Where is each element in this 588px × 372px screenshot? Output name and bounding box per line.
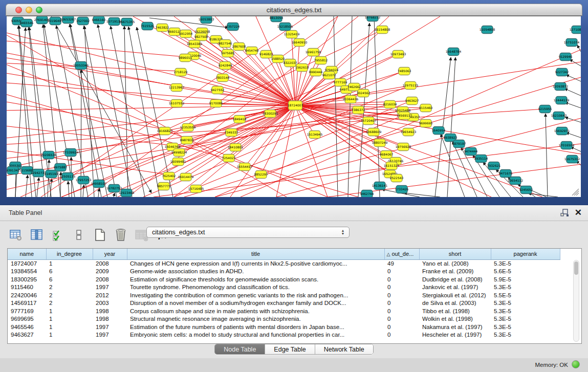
table-row[interactable]: 977716911998Corpus callosum shape and si… [8, 307, 560, 315]
graph-node[interactable]: 2935114 [474, 155, 488, 163]
table-row[interactable]: 1872400712008Changes of HCN gene express… [8, 259, 560, 268]
graph-node[interactable]: 12353559 [180, 124, 196, 132]
table-row[interactable]: 946554611997Estimation of the future num… [8, 323, 560, 331]
column-header-year[interactable]: year [93, 249, 127, 259]
graph-node[interactable]: 1588520 [271, 55, 285, 63]
graph-node[interactable]: 10654112 [508, 177, 524, 185]
column-header-short[interactable]: short [419, 249, 491, 259]
graph-node[interactable]: 17339924 [63, 149, 79, 157]
graph-node[interactable]: 18724007 [288, 101, 303, 110]
graph-node[interactable]: 18543382 [187, 40, 203, 48]
table-scrollbar[interactable] [573, 260, 579, 342]
graph-node[interactable]: 9699695 [419, 120, 433, 127]
graph-node[interactable]: 9115460 [419, 104, 433, 112]
network-table-selector[interactable]: citations_edges.txt ▲▼ [146, 227, 350, 238]
graph-node[interactable]: 18410801 [228, 144, 244, 151]
graph-node[interactable]: 9227342 [555, 69, 569, 76]
graph-node[interactable]: 17957253 [76, 177, 92, 184]
graph-node[interactable]: 1145193 [45, 170, 58, 178]
graph-node[interactable]: 2522543 [390, 174, 404, 182]
graph-node[interactable]: 15720407 [361, 117, 377, 125]
float-panel-icon[interactable] [560, 209, 570, 217]
graph-node[interactable]: 14958107 [91, 180, 107, 188]
graph-node[interactable]: 20053346 [73, 62, 89, 70]
graph-node[interactable]: 9827546 [219, 40, 232, 48]
graph-node[interactable]: 16961758 [306, 49, 321, 56]
graph-node[interactable]: 10688609 [366, 128, 382, 136]
graph-node[interactable]: 1849418 [233, 116, 247, 123]
graph-node[interactable]: 9215955 [538, 105, 552, 113]
graph-node[interactable]: 1562615 [295, 64, 309, 72]
graph-node[interactable]: 9245652 [519, 186, 533, 194]
graph-node[interactable]: 3024562 [357, 90, 371, 97]
graph-node[interactable]: 16107552 [169, 100, 185, 107]
graph-node[interactable]: 16053803 [199, 16, 214, 24]
graph-node[interactable]: 1640954 [432, 127, 446, 135]
graph-node[interactable]: 11325419 [284, 31, 300, 38]
graph-node[interactable]: 8454749 [245, 47, 259, 55]
graph-node[interactable]: 16099481 [170, 158, 186, 166]
graph-node[interactable]: 17016504 [559, 142, 575, 149]
graph-node[interactable]: 9896011 [179, 54, 192, 62]
graph-node[interactable]: 6466160 [92, 16, 106, 24]
graph-node[interactable]: 8987833 [180, 137, 194, 144]
table-settings-icon[interactable] [8, 227, 24, 243]
graph-node[interactable]: 7932621 [487, 162, 501, 170]
graph-node[interactable]: 15218506 [277, 23, 293, 31]
graph-node[interactable]: 12710884 [570, 26, 581, 34]
graph-node[interactable]: 15692971 [554, 127, 570, 135]
graph-node[interactable]: 20364436 [343, 96, 359, 103]
graph-node[interactable]: 7357224 [226, 23, 240, 31]
graph-node[interactable]: 11054808 [480, 26, 495, 34]
delete-table-icon[interactable] [113, 227, 128, 243]
graph-node[interactable]: 16151327 [384, 162, 400, 170]
show-columns-icon[interactable] [29, 227, 45, 243]
graph-node[interactable]: 7955812 [314, 57, 328, 64]
graph-node[interactable]: 2867608 [232, 43, 246, 51]
table-row[interactable]: 1456911722003Disruption of a novel membe… [8, 299, 560, 308]
table-row[interactable]: 1830029562008Estimation of significance … [8, 275, 560, 283]
graph-node[interactable]: 7803144 [216, 74, 230, 82]
graph-node[interactable]: 9465546 [20, 19, 34, 27]
table-row[interactable]: 911546021997Tourette syndrome. Phenomeno… [8, 283, 560, 292]
graph-node[interactable]: 15716485 [188, 185, 204, 193]
close-panel-icon[interactable]: ✕ [575, 207, 582, 218]
graph-node[interactable]: 16648784 [446, 48, 462, 56]
graph-node[interactable]: 9170086 [209, 100, 223, 107]
graph-node[interactable]: 8216034 [383, 101, 397, 108]
graph-node[interactable]: 7254027 [222, 155, 236, 162]
graph-node[interactable]: 16914479 [178, 173, 194, 181]
graph-node[interactable]: 1733426 [395, 186, 409, 193]
graph-node[interactable]: 9463627 [405, 97, 419, 105]
graph-node[interactable]: 9242844 [219, 62, 232, 70]
graph-node[interactable]: 8813054 [270, 16, 284, 22]
network-svg[interactable]: 7463822866012859129541522605898275081854… [7, 16, 581, 197]
tab-node-table[interactable]: Node Table [215, 344, 265, 354]
graph-node[interactable]: 20206536 [41, 151, 57, 159]
tab-network-table[interactable]: Network Table [315, 344, 373, 354]
graph-node[interactable]: 7485063 [398, 68, 411, 75]
column-header-title[interactable]: title [127, 249, 384, 259]
graph-node[interactable]: 9777169 [334, 79, 347, 86]
graph-node[interactable]: 16640910 [292, 39, 308, 47]
graph-node[interactable]: 16671355 [119, 18, 135, 26]
graph-node[interactable]: 7349337 [225, 129, 238, 137]
column-header-name[interactable]: name [8, 249, 46, 259]
resize-grip-icon[interactable] [572, 189, 579, 195]
table-row[interactable]: 1938455462009Genome-wide association stu… [8, 268, 560, 276]
graph-node[interactable]: 7386372 [352, 106, 365, 114]
graph-node[interactable]: 15134945 [307, 131, 323, 139]
graph-node[interactable]: 18768212 [365, 16, 381, 21]
graph-node[interactable]: 19166827 [157, 127, 173, 135]
graph-node[interactable]: 5912954 [179, 30, 193, 38]
table-scrollbar-thumb[interactable] [574, 261, 578, 275]
graph-node[interactable]: 8852297 [254, 171, 268, 179]
graph-node[interactable]: 19654923 [401, 128, 417, 136]
graph-node[interactable]: 16154808 [375, 26, 390, 34]
graph-node[interactable]: 9621072 [322, 72, 336, 79]
graph-node[interactable]: 12923468 [119, 189, 135, 197]
graph-node[interactable]: 9857771 [157, 183, 171, 190]
graph-node[interactable]: 10973493 [390, 51, 406, 58]
graph-node[interactable]: 9391342 [7, 167, 20, 174]
graph-node[interactable]: 2718129 [174, 69, 188, 76]
